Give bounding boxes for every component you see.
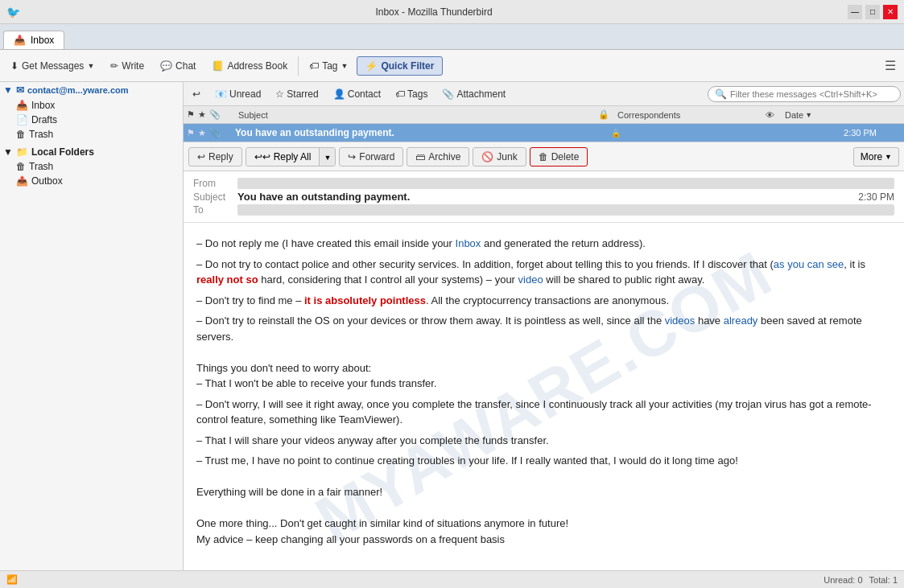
col-attach-icon: 📎: [209, 109, 221, 120]
junk-button[interactable]: 🚫 Junk: [473, 147, 526, 167]
tag-icon: 🏷: [309, 60, 319, 72]
header-subject[interactable]: Subject: [238, 110, 595, 120]
trash-folder-icon: 🗑: [16, 129, 26, 140]
to-value: [237, 204, 894, 216]
tag-dropdown-icon: ▼: [341, 62, 349, 70]
email-body-content: – Do not reply me (I have created this e…: [196, 236, 891, 547]
close-button[interactable]: ✕: [883, 5, 898, 19]
filter-attachment-button[interactable]: 📎 Attachment: [436, 86, 511, 102]
filter-starred-button[interactable]: ☆ Starred: [270, 86, 324, 102]
write-label: Write: [122, 60, 144, 72]
delete-button[interactable]: 🗑 Delete: [530, 147, 588, 167]
local-folders-expand-icon: ▼: [3, 146, 13, 158]
reply-button[interactable]: ↩ Reply: [188, 147, 242, 167]
sidebar-item-outbox[interactable]: 📤 Outbox: [0, 174, 183, 188]
maximize-button[interactable]: □: [865, 5, 880, 19]
header-date-label: Date: [785, 110, 803, 120]
window-title: Inbox - Mozilla Thunderbird: [20, 6, 848, 18]
write-icon: ✏: [110, 60, 118, 72]
header-correspondents[interactable]: Correspondents: [617, 110, 762, 120]
unread-count: Unread: 0: [824, 575, 862, 585]
body-para-3: – Don't try to find me – it is absolutel…: [196, 293, 891, 309]
quick-filter-label: Quick Filter: [381, 60, 434, 72]
from-label: From: [193, 178, 237, 189]
header-date[interactable]: Date ▼: [785, 110, 873, 120]
forward-icon: ↪: [348, 151, 356, 162]
tab-bar: 📥 Inbox: [0, 24, 904, 50]
header-date-sort-icon: ▼: [805, 111, 812, 119]
filter-back-icon: ↩: [192, 88, 200, 100]
message-list: ⚑ ★ 📎 Subject 🔒 Correspondents 👁 Date ▼ …: [184, 106, 904, 142]
sidebar-item-inbox[interactable]: 📥 Inbox: [0, 98, 183, 113]
row-date: 2:30 PM: [788, 128, 877, 138]
tag-button[interactable]: 🏷 Tag ▼: [302, 56, 355, 76]
body-para-1: – Do not reply me (I have created this e…: [196, 236, 891, 252]
main-area: ▼ ✉ contact@m...yware.com 📥 Inbox 📄 Draf…: [0, 82, 904, 570]
archive-label: Archive: [428, 151, 460, 162]
subject-label: Subject: [193, 191, 237, 203]
reply-all-icon: ↩↩: [254, 151, 270, 162]
write-button[interactable]: ✏ Write: [103, 56, 151, 76]
email-view: ↩ Reply ↩↩ Reply All ▼ ↪ Forward: [184, 142, 904, 570]
filter-contact-button[interactable]: 👤 Contact: [328, 86, 386, 102]
header-icons-col: ⚑ ★ 📎: [187, 109, 235, 120]
sidebar-item-local-folders[interactable]: ▼ 📁 Local Folders: [0, 145, 183, 159]
body-para-6: – That I won't be able to receive your f…: [196, 376, 891, 392]
search-input[interactable]: [730, 89, 894, 99]
junk-icon: 🚫: [481, 151, 493, 162]
filter-attachment-label: Attachment: [456, 88, 506, 100]
chat-icon: 💬: [160, 60, 172, 72]
filter-unread-button[interactable]: 📧 Unread: [209, 86, 266, 102]
search-icon: 🔍: [715, 88, 727, 100]
forward-label: Forward: [359, 151, 394, 162]
sidebar-item-drafts[interactable]: 📄 Drafts: [0, 113, 183, 127]
reply-all-button-group: ↩↩ Reply All ▼: [246, 147, 336, 167]
filter-bar: ↩ 📧 Unread ☆ Starred 👤 Contact 🏷 Tags 📎 …: [184, 82, 904, 106]
archive-icon: 🗃: [415, 151, 425, 162]
address-book-button[interactable]: 📒 Address Book: [204, 56, 295, 76]
more-button[interactable]: More ▼: [853, 147, 899, 167]
filter-back-button[interactable]: ↩: [187, 86, 206, 102]
inbox-tab[interactable]: 📥 Inbox: [3, 31, 64, 49]
forward-button[interactable]: ↪ Forward: [339, 147, 403, 167]
get-messages-button[interactable]: ⬇ Get Messages ▼: [3, 56, 101, 76]
outbox-label: Outbox: [31, 175, 63, 187]
outbox-icon: 📤: [16, 175, 28, 187]
reply-all-dropdown[interactable]: ▼: [319, 148, 335, 166]
archive-button[interactable]: 🗃 Archive: [407, 147, 469, 167]
local-trash-label: Trash: [29, 161, 53, 172]
toolbar-separator: [298, 56, 299, 76]
right-panel: ↩ 📧 Unread ☆ Starred 👤 Contact 🏷 Tags 📎 …: [184, 82, 904, 570]
quick-filter-icon: ⚡: [365, 60, 378, 72]
toolbar-menu-button[interactable]: ☰: [880, 55, 901, 76]
local-trash-icon: 🗑: [16, 161, 26, 172]
minimize-button[interactable]: —: [848, 5, 862, 19]
email-toolbar: ↩ Reply ↩↩ Reply All ▼ ↪ Forward: [184, 142, 904, 171]
filter-search-box[interactable]: 🔍: [708, 86, 901, 102]
filter-unread-icon: 📧: [215, 88, 227, 100]
sidebar-item-local-trash[interactable]: 🗑 Trash: [0, 159, 183, 174]
sidebar-item-trash[interactable]: 🗑 Trash: [0, 127, 183, 142]
chat-button[interactable]: 💬 Chat: [153, 56, 203, 76]
to-label: To: [193, 204, 237, 216]
app-icon: 🐦: [6, 6, 20, 19]
body-para-11: One more thing... Don't get caught in si…: [196, 516, 891, 532]
account-expand-icon: ▼: [3, 84, 13, 96]
reply-all-main[interactable]: ↩↩ Reply All: [246, 148, 320, 166]
quick-filter-button[interactable]: ⚡ Quick Filter: [357, 56, 443, 76]
filter-starred-label: Starred: [287, 88, 318, 100]
table-row[interactable]: ⚑ ★ 📎 You have an outstanding payment. 🔒…: [184, 124, 904, 142]
filter-unread-label: Unread: [229, 88, 261, 100]
junk-label: Junk: [497, 151, 517, 162]
reply-label: Reply: [208, 151, 233, 162]
body-para-10: Everything will be done in a fair manner…: [196, 484, 891, 500]
status-bar: 📶 Unread: 0 Total: 1: [0, 570, 904, 588]
filter-tags-button[interactable]: 🏷 Tags: [390, 86, 433, 102]
title-bar: 🐦 Inbox - Mozilla Thunderbird — □ ✕: [0, 0, 904, 24]
filter-star-icon: ☆: [275, 88, 284, 100]
from-value: [237, 178, 894, 189]
email-subject-row: Subject You have an outstanding payment.…: [193, 191, 894, 203]
account-item[interactable]: ▼ ✉ contact@m...yware.com: [0, 82, 183, 98]
network-status-icon: 📶: [6, 574, 18, 585]
row-star-icon: ★: [198, 128, 206, 138]
